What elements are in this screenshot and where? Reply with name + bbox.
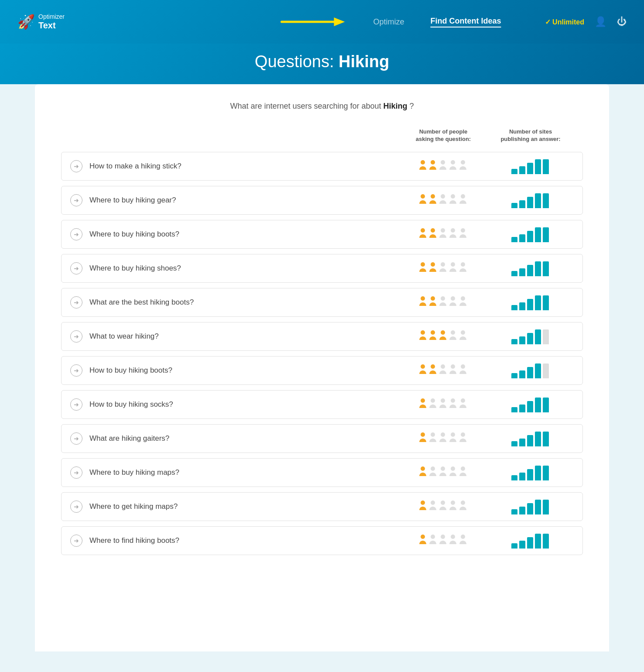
bar: [519, 166, 525, 174]
svg-point-33: [441, 364, 445, 369]
svg-point-9: [451, 194, 455, 199]
bar-chart: [486, 465, 574, 480]
expand-icon[interactable]: ➜: [70, 262, 82, 274]
question-row[interactable]: ➜What are the best hiking boots?: [61, 288, 583, 317]
expand-icon[interactable]: ➜: [70, 398, 82, 411]
svg-point-21: [421, 296, 425, 301]
logo-area[interactable]: 🚀 Optimizer Text: [17, 14, 65, 30]
nav-area: Optimize Find Content Ideas: [277, 13, 501, 31]
bar: [527, 401, 533, 412]
bar: [543, 193, 549, 208]
arrow-annotation: [277, 13, 347, 31]
bar: [519, 336, 525, 344]
person-icon: [459, 432, 467, 446]
person-icon: [438, 329, 447, 343]
svg-point-10: [461, 194, 465, 199]
expand-icon[interactable]: ➜: [70, 364, 82, 377]
bar: [527, 469, 533, 480]
question-row[interactable]: ➜Where to find hiking boots?: [61, 526, 583, 555]
power-icon[interactable]: ⏻: [617, 16, 627, 27]
question-row[interactable]: ➜Where to buy hiking maps?: [61, 458, 583, 487]
nav-optimize[interactable]: Optimize: [373, 17, 404, 27]
bar: [511, 475, 517, 480]
svg-point-22: [431, 296, 435, 301]
svg-point-28: [441, 330, 445, 335]
person-icon: [428, 398, 437, 411]
svg-point-47: [431, 466, 435, 471]
person-icon: [418, 466, 427, 480]
header: 🚀 Optimizer Text Optimize Find Content I…: [0, 0, 644, 44]
person-icon: [459, 295, 467, 309]
svg-point-57: [431, 535, 435, 539]
question-text: Where to get hiking maps?: [89, 502, 399, 511]
bar: [511, 339, 517, 344]
subtitle-after: ?: [408, 102, 414, 110]
bar: [527, 333, 533, 344]
expand-icon[interactable]: ➜: [70, 194, 82, 206]
question-row[interactable]: ➜How to buy hiking boots?: [61, 356, 583, 385]
person-icon: [418, 159, 427, 173]
svg-point-1: [421, 160, 425, 165]
svg-point-46: [421, 466, 425, 471]
bar-chart: [486, 192, 574, 208]
expand-icon[interactable]: ➜: [70, 330, 82, 343]
expand-icon[interactable]: ➜: [70, 501, 82, 513]
bar: [527, 299, 533, 310]
expand-icon[interactable]: ➜: [70, 160, 82, 172]
question-text: What are the best hiking boots?: [89, 298, 399, 307]
bar: [519, 541, 525, 549]
table-header: Number of peopleasking the question: Num…: [61, 128, 583, 148]
bar: [535, 329, 541, 344]
question-row[interactable]: ➜What to wear hiking?: [61, 322, 583, 351]
question-text: How to make a hiking stick?: [89, 162, 399, 171]
question-row[interactable]: ➜How to buy hiking socks?: [61, 390, 583, 419]
user-icon[interactable]: 👤: [595, 16, 606, 27]
svg-point-42: [431, 432, 435, 437]
people-icons: [399, 534, 486, 548]
svg-point-35: [461, 364, 465, 369]
person-icon: [438, 159, 447, 173]
bar: [527, 231, 533, 242]
person-icon: [428, 500, 437, 514]
subtitle-keyword: Hiking: [384, 102, 408, 110]
question-row[interactable]: ➜Where to buy hiking boots?: [61, 220, 583, 249]
question-row[interactable]: ➜Where to buy hiking gear?: [61, 186, 583, 215]
nav-find-content[interactable]: Find Content Ideas: [430, 17, 501, 27]
bar: [519, 439, 525, 446]
expand-icon[interactable]: ➜: [70, 296, 82, 309]
bar: [543, 227, 549, 242]
expand-icon[interactable]: ➜: [70, 228, 82, 240]
bar: [543, 534, 549, 549]
person-icon: [418, 261, 427, 275]
person-icon: [428, 329, 437, 343]
expand-icon[interactable]: ➜: [70, 432, 82, 445]
svg-point-27: [431, 330, 435, 335]
svg-point-34: [451, 364, 455, 369]
question-row[interactable]: ➜Where to buy hiking shoes?: [61, 254, 583, 283]
question-row[interactable]: ➜How to make a hiking stick?: [61, 152, 583, 181]
svg-point-51: [421, 501, 425, 505]
expand-icon[interactable]: ➜: [70, 466, 82, 479]
svg-point-45: [461, 432, 465, 437]
question-row[interactable]: ➜What are hiking gaiters?: [61, 424, 583, 453]
person-icon: [418, 534, 427, 548]
bar: [527, 367, 533, 378]
question-row[interactable]: ➜Where to get hiking maps?: [61, 492, 583, 521]
expand-icon[interactable]: ➜: [70, 535, 82, 547]
bar: [535, 500, 541, 514]
svg-point-20: [461, 262, 465, 267]
subtitle-before: What are internet users searching for ab…: [230, 102, 383, 110]
person-icon: [449, 159, 457, 173]
svg-point-4: [451, 160, 455, 165]
person-icon: [418, 193, 427, 207]
person-icon: [459, 466, 467, 480]
svg-point-7: [431, 194, 435, 199]
svg-point-3: [441, 160, 445, 165]
person-icon: [428, 261, 437, 275]
bar: [519, 473, 525, 480]
svg-marker-0: [334, 17, 345, 26]
page-title: Questions: Hiking: [0, 52, 644, 71]
person-icon: [418, 363, 427, 377]
person-icon: [459, 534, 467, 548]
svg-point-56: [421, 535, 425, 539]
